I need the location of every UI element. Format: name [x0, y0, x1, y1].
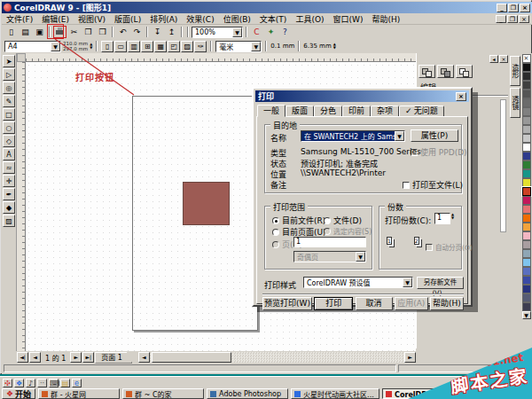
color-swatch[interactable] [522, 240, 531, 249]
docker-scrollbar[interactable] [500, 99, 506, 232]
text-tool-icon[interactable]: A [3, 148, 15, 160]
interactive-blend-tool-icon[interactable]: ≈ [3, 161, 15, 174]
documents-radio[interactable]: 文件(D) [324, 215, 362, 226]
color-swatch[interactable] [522, 169, 531, 178]
zoom-tool-icon[interactable]: ◎ [3, 82, 15, 94]
eyedropper-tool-icon[interactable]: ✛ [3, 175, 15, 187]
new-doc-icon[interactable]: ▯ [4, 26, 18, 38]
task-button-2[interactable]: Adobe Photoshop [207, 388, 288, 399]
chevron-down-icon[interactable]: ▼ [403, 278, 412, 287]
launcher-media-icon[interactable]: ♪ [26, 379, 35, 387]
landscape-icon[interactable]: ▭ [114, 41, 127, 52]
nudge-offset-field[interactable]: 0.1 mm [270, 43, 294, 50]
redo-icon[interactable]: ↷ [130, 26, 144, 38]
color-swatch[interactable] [522, 90, 531, 98]
import-icon[interactable]: ↧ [151, 26, 164, 38]
interactive-fill-tool-icon[interactable]: ▨ [3, 215, 15, 227]
launcher-blue-icon[interactable]: ❖ [14, 379, 24, 387]
properties-icon[interactable]: ✑ [194, 41, 207, 52]
docker-side-tab-0[interactable]: 造形 [510, 56, 520, 86]
color-swatch[interactable] [522, 134, 531, 143]
color-swatch[interactable] [522, 187, 531, 196]
cancel-button[interactable]: 取消 [356, 297, 393, 310]
minimize-icon[interactable]: _ [497, 4, 507, 12]
print-button[interactable]: 打印 [314, 297, 353, 310]
zoom-level-combo[interactable]: 100%▼ [192, 27, 243, 38]
color-swatch[interactable] [522, 205, 531, 214]
print-preview-button[interactable]: 预览打印(W) [262, 297, 312, 310]
restore-icon[interactable]: ❐ [508, 4, 519, 12]
set-default-icon[interactable]: ▥ [128, 41, 140, 52]
task-button-1[interactable]: 群 ~ C的家 [122, 388, 204, 399]
doc-restore-icon[interactable]: ❐ [507, 15, 518, 23]
whats-this-help-icon[interactable]: ? [278, 26, 292, 38]
first-page-icon[interactable]: ◄| [17, 352, 28, 363]
save-icon[interactable]: ▣ [33, 26, 46, 38]
title-bar[interactable]: CorelDRAW 9 - [图形1] _ ❐ × [2, 2, 532, 13]
menu-item-4[interactable]: 排列(A) [145, 13, 182, 25]
current-document-radio[interactable]: 目前文件(R) [272, 215, 325, 226]
launcher-dots-icon[interactable]: ·· [37, 379, 47, 387]
scroll-left-icon[interactable]: ◄ [138, 352, 150, 363]
copy-icon[interactable]: ❐ [82, 26, 95, 38]
dialog-close-icon[interactable]: × [456, 92, 466, 101]
color-swatch[interactable] [522, 107, 531, 116]
rectangle-shape[interactable] [183, 182, 230, 225]
docker-collapse-icon[interactable]: ◂ [489, 55, 498, 63]
color-swatch[interactable] [522, 267, 531, 276]
menu-item-5[interactable]: 效果(C) [182, 13, 218, 25]
doc-close-icon[interactable]: × [519, 15, 529, 23]
chevron-down-icon[interactable]: ▼ [51, 42, 60, 51]
portrait-icon[interactable]: ▯ [101, 41, 113, 52]
keyboard-icon[interactable]: ⌨ [49, 379, 59, 387]
menu-item-1[interactable]: 编辑(E) [37, 13, 74, 25]
ruler-origin[interactable] [17, 53, 26, 62]
color-swatch[interactable] [522, 231, 531, 240]
open-icon[interactable]: ▤ [19, 26, 32, 38]
paste-icon[interactable]: ❒ [96, 26, 109, 38]
color-swatch[interactable] [522, 223, 531, 231]
start-button[interactable]: ❖ 开始 [2, 388, 35, 399]
next-page-icon[interactable]: ► [70, 352, 82, 363]
color-swatch[interactable] [522, 258, 531, 267]
color-swatch[interactable] [522, 98, 531, 107]
menu-item-8[interactable]: 工具(O) [291, 13, 328, 25]
copies-stepper[interactable]: ▲▼ [451, 213, 454, 220]
horizontal-scrollbar[interactable]: ◄ ► [138, 352, 416, 363]
chevron-down-icon[interactable]: ▼ [232, 27, 242, 37]
duplicate-stepper[interactable]: ▲▼ [333, 43, 336, 50]
shape-tool-icon[interactable]: ▷ [3, 68, 15, 81]
color-swatch[interactable] [522, 276, 531, 285]
save-print-style-button[interactable]: 另存新文件(V)... [417, 277, 464, 289]
menu-item-0[interactable]: 文件(F) [2, 13, 37, 25]
menu-item-3[interactable]: 版面(L) [110, 13, 145, 25]
menu-item-2[interactable]: 视图(V) [74, 13, 110, 25]
copies-input[interactable]: 1 [434, 213, 450, 224]
chevron-down-icon[interactable]: ▼ [251, 42, 261, 51]
corel-graph-icon[interactable]: ✦ [264, 26, 278, 38]
outline-tool-icon[interactable]: ✒ [3, 188, 15, 200]
menu-item-9[interactable]: 窗口(W) [329, 13, 368, 25]
close-icon[interactable]: × [520, 4, 530, 12]
page-tab[interactable]: 页面 1 [95, 352, 132, 364]
cut-icon[interactable]: ✂ [67, 26, 81, 38]
export-icon[interactable]: ↥ [165, 26, 178, 38]
color-swatch[interactable] [522, 249, 531, 258]
snap-to-objects-icon[interactable]: ◰ [168, 41, 180, 52]
task-button-0[interactable]: 群 - 火星网 [38, 388, 120, 399]
task-button-4[interactable]: CorelDRAW 9 - [图形1] [382, 388, 471, 399]
launcher-red-icon[interactable]: ✣ [3, 379, 12, 387]
folder-icon[interactable]: ▤ [60, 379, 70, 387]
task-button-3[interactable]: 火星时代动画大社区... [291, 388, 379, 399]
corel-launcher-icon[interactable]: C [250, 26, 263, 38]
color-swatch[interactable] [522, 125, 531, 134]
snap-to-grid-icon[interactable]: ⊞ [141, 41, 153, 52]
doc-minimize-icon[interactable]: _ [496, 15, 506, 23]
tab-general[interactable]: 一般 [257, 105, 286, 117]
units-combo[interactable]: 毫米 ▼ [215, 41, 262, 52]
docker-close-icon[interactable]: × [499, 55, 508, 63]
color-swatch[interactable] [522, 72, 531, 81]
print-dialog-title-bar[interactable]: 打印 × [255, 90, 469, 102]
fill-tool-icon[interactable]: ◆ [3, 201, 15, 214]
polygon-tool-icon[interactable]: ◇ [3, 135, 15, 147]
